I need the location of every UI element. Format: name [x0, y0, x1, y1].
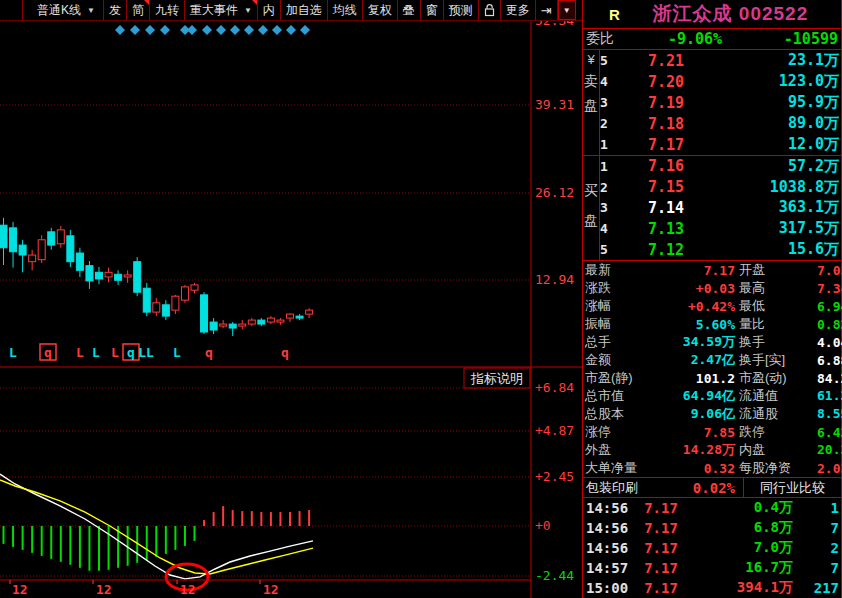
event-diamond-icon[interactable] [130, 25, 140, 35]
stat-label: 振幅 [583, 315, 649, 333]
event-marker[interactable]: L [92, 345, 100, 360]
book-level-row[interactable]: 47.13317.5万 [600, 218, 841, 239]
indicator-help-label: 指标说明 [470, 371, 523, 386]
buy-book: 买盘 17.1657.2万27.151038.8万37.14363.1万47.1… [583, 155, 841, 260]
stat-row: 外盘14.28万内盘20.31万 [583, 441, 841, 459]
currency-symbol: ¥ [587, 52, 594, 67]
level-price: 7.12 [616, 241, 716, 259]
event-diamond-icon[interactable] [187, 25, 197, 35]
event-marker[interactable]: L [76, 345, 84, 360]
next-page-icon-button[interactable]: ⇥ [536, 0, 558, 20]
candle-body [181, 287, 188, 300]
industry-compare-button[interactable]: 同行业比较 [743, 478, 841, 497]
level-number: 1 [600, 159, 616, 174]
event-marker[interactable]: L [111, 345, 119, 360]
candle-body [38, 240, 45, 260]
buy-strip: 买盘 [583, 156, 600, 260]
indicator-help-button[interactable]: 指标说明 [464, 368, 530, 388]
tick-price: 7.17 [629, 520, 693, 536]
tool-ma[interactable]: 均线 [328, 0, 363, 20]
rights-badge: R [609, 6, 620, 23]
tool-nei[interactable]: 内 [258, 0, 281, 20]
event-diamond-icon[interactable] [258, 25, 268, 35]
toolbar: 普通K线▼发简九转重大事件▼内加自选均线复权叠窗预测更多⇥▼ [0, 0, 582, 21]
lock-icon-button[interactable] [479, 0, 501, 20]
price-axis-label: 26.12 [535, 185, 574, 200]
candle-body [248, 320, 255, 324]
book-level-row[interactable]: 57.1215.6万 [600, 239, 841, 260]
tool-fuquan[interactable]: 复权 [363, 0, 398, 20]
tool-more[interactable]: 更多 [501, 0, 536, 20]
event-diamond-icon[interactable] [202, 25, 212, 35]
stat-label: 量比 [737, 315, 817, 333]
tool-ma-label: 均线 [333, 2, 357, 19]
kline-type-select[interactable]: 普通K线▼ [23, 0, 104, 20]
tick-row: 14:567.177.0万2 [583, 538, 841, 558]
stat-value: 9.06亿 [649, 405, 737, 423]
event-marker[interactable]: L [173, 345, 181, 360]
book-strip-char: 卖 [584, 73, 598, 91]
book-level-row[interactable]: 37.1995.9万 [600, 92, 841, 113]
stat-value: 5.60% [649, 317, 737, 332]
tool-fa[interactable]: 发 [104, 0, 127, 20]
candle-body [277, 320, 284, 322]
tick-volume: 16.7万 [693, 559, 793, 577]
book-level-row[interactable]: 17.1657.2万 [600, 156, 841, 177]
stat-row: 总市值64.94亿流通值61.32亿 [583, 387, 841, 405]
tick-volume: 7.0万 [693, 539, 793, 557]
tick-row: 14:577.1716.7万7 [583, 558, 841, 578]
event-diamond-icon[interactable] [216, 25, 226, 35]
event-markers: LqLLLqLLLqq [9, 344, 289, 360]
event-diamond-icon[interactable] [272, 25, 282, 35]
tool-add-watchlist[interactable]: 加自选 [281, 0, 328, 20]
stat-label: 涨跌 [583, 279, 649, 297]
event-marker[interactable]: LL [138, 345, 154, 360]
stat-label: 大单净量 [583, 459, 649, 477]
event-diamond-icon[interactable] [244, 25, 254, 35]
event-diamond-icon[interactable] [300, 25, 310, 35]
notification-corner-badge [144, 0, 149, 5]
tool-jian-label: 简 [132, 2, 144, 19]
stat-value: 0.82 [817, 317, 842, 332]
book-level-row[interactable]: 27.151038.8万 [600, 177, 841, 198]
level-number: 4 [600, 74, 616, 89]
tool-forecast[interactable]: 预测 [444, 0, 479, 20]
event-diamond-icon[interactable] [115, 25, 125, 35]
book-level-row[interactable]: 57.2123.1万 [600, 50, 841, 71]
industry-row: 包装印刷 0.02% 同行业比较 [583, 477, 841, 497]
event-diamond-icon[interactable] [145, 25, 155, 35]
tool-overlay-label: 叠 [403, 2, 415, 19]
tool-major-events[interactable]: 重大事件▼ [185, 0, 258, 20]
book-level-row[interactable]: 17.1712.0万 [600, 134, 841, 155]
candle-body [0, 225, 7, 248]
tool-jian[interactable]: 简 [127, 0, 150, 20]
book-level-row[interactable]: 37.14363.1万 [600, 198, 841, 219]
tool-overlay[interactable]: 叠 [398, 0, 421, 20]
candle-body [191, 285, 198, 290]
tick-price: 7.17 [629, 560, 693, 576]
event-marker[interactable]: q [44, 345, 52, 360]
tool-jiuzhuan[interactable]: 九转 [150, 0, 185, 20]
tool-major-events-label: 重大事件 [190, 2, 238, 19]
event-marker[interactable]: q [205, 345, 213, 360]
book-level-row[interactable]: 47.20123.0万 [600, 71, 841, 92]
candle-body [229, 324, 236, 328]
book-level-row[interactable]: 27.1889.0万 [600, 113, 841, 134]
event-diamond-icon[interactable] [230, 25, 240, 35]
toolbar-dropdown[interactable]: ▼ [558, 0, 576, 20]
industry-link[interactable]: 包装印刷 0.02% [583, 478, 743, 497]
stat-label: 最高 [737, 279, 817, 297]
candle-body [76, 253, 83, 270]
tick-row: 14:567.176.8万7 [583, 518, 841, 538]
level-volume: 95.9万 [716, 93, 841, 112]
event-marker[interactable]: L [9, 345, 17, 360]
event-diamond-icon[interactable] [160, 25, 170, 35]
stat-value: 4.04% [817, 335, 842, 350]
event-diamond-icon[interactable] [286, 25, 296, 35]
kline-chart[interactable]: 52.3439.3126.1212.94LqLLLqLLLqq+6.84+4.8… [0, 0, 582, 598]
event-marker[interactable]: q [127, 345, 135, 360]
candle-body [162, 305, 169, 316]
event-marker[interactable]: q [281, 345, 289, 360]
tool-window[interactable]: 窗 [421, 0, 444, 20]
stat-value: 8.55亿 [817, 405, 842, 423]
